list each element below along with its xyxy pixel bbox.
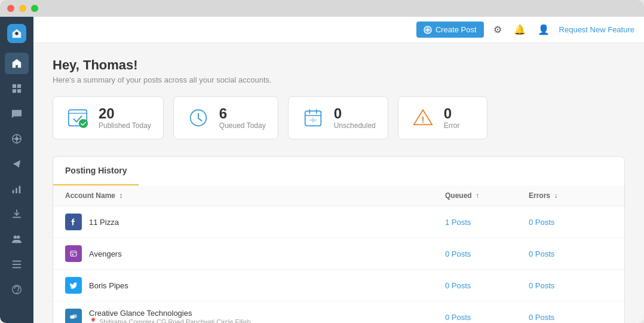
stat-queued: 6 Queued Today [173, 96, 278, 139]
svg-point-14 [14, 236, 17, 239]
svg-point-26 [422, 121, 424, 123]
stat-published-label: Published Today [99, 121, 151, 130]
published-icon [65, 105, 90, 130]
table-row: Avengers 0 Posts 0 Posts [53, 238, 624, 270]
app-window: Create Post ⚙ 🔔 👤 Request New Feature He… [0, 0, 644, 323]
titlebar [0, 0, 644, 17]
svg-rect-12 [16, 188, 17, 193]
account-info: Boris Pipes [89, 281, 128, 290]
sidebar-item-network[interactable] [5, 128, 29, 150]
account-cell: Avengers [65, 245, 445, 262]
errors-sort-icon[interactable]: ↓ [554, 191, 557, 200]
sidebar-item-support[interactable] [5, 279, 29, 300]
account-cell: Creative Glance Technologies 📍Shitiratna… [65, 309, 445, 323]
col-queued: Queued ↑ [445, 191, 529, 200]
sidebar-item-messages[interactable] [5, 103, 29, 124]
svg-rect-18 [13, 267, 21, 269]
maximize-button[interactable] [31, 5, 38, 12]
page-content: Hey, Thomas! Here's a summary of your po… [33, 43, 644, 323]
account-info: Creative Glance Technologies 📍Shitiratna… [89, 309, 256, 323]
account-name: Avengers [89, 249, 122, 258]
table-row: 11 Pizza 1 Posts 0 Posts [53, 206, 624, 238]
stat-error: 0 Error [398, 96, 487, 139]
queued-posts[interactable]: 0 Posts [445, 249, 529, 258]
svg-rect-2 [17, 84, 21, 88]
stat-error-number: 0 [444, 106, 460, 121]
content-area: Create Post ⚙ 🔔 👤 Request New Feature He… [33, 17, 644, 323]
platform-icon [65, 309, 82, 323]
queued-posts[interactable]: 0 Posts [445, 313, 529, 322]
error-posts[interactable]: 0 Posts [529, 313, 612, 322]
stat-error-label: Error [444, 121, 460, 130]
col-account-name: Account Name ↕ [65, 191, 445, 200]
account-name: Boris Pipes [89, 281, 128, 290]
stat-published-number: 20 [99, 106, 151, 121]
location-icon: 📍 [89, 318, 97, 323]
queued-icon [186, 105, 211, 130]
svg-point-23 [79, 119, 88, 128]
sidebar-item-analytics[interactable] [5, 178, 29, 200]
svg-point-15 [17, 236, 20, 239]
account-info: 11 Pizza [89, 218, 119, 227]
svg-rect-28 [72, 254, 73, 255]
stat-unscheduled-number: 0 [334, 106, 376, 121]
svg-rect-30 [73, 315, 77, 318]
error-icon [410, 105, 436, 130]
sidebar [0, 17, 33, 323]
account-cell: Boris Pipes [65, 277, 445, 294]
notifications-icon[interactable]: 🔔 [511, 22, 528, 38]
sidebar-item-lists[interactable] [5, 254, 29, 275]
table-body: 11 Pizza 1 Posts 0 Posts Avengers 0 Post… [53, 206, 624, 323]
queued-sort-icon[interactable]: ↑ [476, 191, 479, 200]
account-name: 11 Pizza [89, 218, 119, 227]
svg-rect-3 [13, 89, 16, 93]
stats-row: 20 Published Today 6 [53, 96, 625, 139]
main-layout: Create Post ⚙ 🔔 👤 Request New Feature He… [0, 17, 644, 323]
error-posts[interactable]: 0 Posts [529, 281, 612, 290]
svg-point-20 [16, 292, 17, 294]
account-info: Avengers [89, 249, 122, 258]
svg-rect-16 [13, 261, 21, 262]
stat-unscheduled: 0 Unscheduled [288, 96, 388, 139]
account-name: Creative Glance Technologies [89, 309, 256, 318]
user-icon[interactable]: 👤 [535, 22, 552, 38]
queued-posts[interactable]: 1 Posts [445, 218, 529, 227]
stat-published: 20 Published Today [53, 96, 164, 139]
minimize-button[interactable] [19, 5, 26, 12]
posting-history-header: Posting History [53, 157, 139, 185]
platform-icon [65, 214, 82, 230]
close-button[interactable] [7, 5, 14, 12]
greeting-subtitle: Here's a summary of your posts across al… [53, 75, 625, 84]
sidebar-item-dashboard[interactable] [5, 53, 29, 74]
posting-history-section: Posting History Account Name ↕ Queued ↑ … [53, 156, 625, 323]
svg-rect-17 [13, 264, 21, 265]
stat-queued-number: 6 [219, 106, 266, 121]
stat-unscheduled-info: 0 Unscheduled [334, 106, 376, 130]
app-logo[interactable] [7, 24, 26, 43]
col-errors: Errors ↓ [529, 191, 612, 200]
error-posts[interactable]: 0 Posts [529, 249, 612, 258]
settings-icon[interactable]: ⚙ [491, 22, 504, 38]
request-feature-link[interactable]: Request New Feature [559, 25, 634, 34]
account-sub: 📍Shitiratna Complex CG Road,Panchvati Ci… [89, 318, 256, 323]
svg-rect-1 [13, 84, 16, 88]
unscheduled-icon [300, 105, 326, 130]
sidebar-item-downloads[interactable] [5, 203, 29, 225]
stat-published-info: 20 Published Today [99, 106, 151, 130]
table-row: Boris Pipes 0 Posts 0 Posts [53, 270, 624, 301]
stat-error-info: 0 Error [444, 106, 460, 130]
svg-rect-13 [19, 186, 21, 194]
queued-posts[interactable]: 0 Posts [445, 281, 529, 290]
stat-queued-info: 6 Queued Today [219, 106, 266, 130]
account-name-sort-icon[interactable]: ↕ [119, 191, 122, 200]
plus-icon [424, 26, 432, 34]
svg-rect-4 [17, 89, 21, 93]
create-post-button[interactable]: Create Post [416, 22, 484, 38]
platform-icon [65, 277, 82, 294]
svg-rect-27 [70, 251, 76, 256]
posting-history-title: Posting History [65, 166, 127, 175]
sidebar-item-grid[interactable] [5, 78, 29, 99]
sidebar-item-team[interactable] [5, 228, 29, 250]
error-posts[interactable]: 0 Posts [529, 218, 612, 227]
sidebar-item-campaigns[interactable] [5, 153, 29, 175]
